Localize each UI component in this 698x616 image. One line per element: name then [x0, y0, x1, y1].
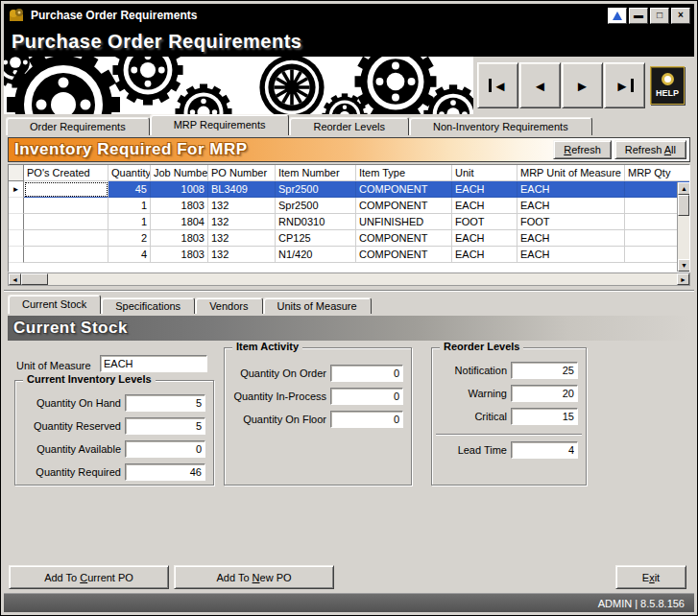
close-button[interactable]: × — [671, 8, 690, 24]
grid-cell[interactable]: Spr2500 — [276, 181, 356, 198]
grid-cell[interactable]: EACH — [452, 198, 517, 214]
tab-current-stock[interactable]: Current Stock — [8, 295, 101, 314]
last-record-button[interactable]: ► — [604, 62, 645, 108]
column-header-item-number[interactable]: Item Number — [276, 165, 356, 181]
grid-cell[interactable]: EACH — [517, 247, 625, 263]
first-record-button[interactable]: ◄ — [477, 62, 518, 108]
grid-cell[interactable]: 4 — [108, 247, 151, 263]
grid-cell[interactable]: FOOT — [517, 214, 625, 230]
scroll-left-button[interactable]: ◄ — [9, 273, 21, 285]
quantity-reserved-field[interactable] — [125, 417, 205, 435]
refresh-button[interactable]: Refresh — [553, 140, 612, 159]
grid-cell[interactable]: 2 — [108, 230, 151, 247]
grid-row-selected[interactable]: ► 45 1008 BL3409 Spr2500 COMPONENT EACH … — [9, 181, 689, 198]
grid-row[interactable]: 1 1803 132 Spr2500 COMPONENT EACH EACH — [9, 198, 689, 214]
tab-mrp-requirements[interactable]: MRP Requirements — [150, 114, 290, 135]
grid-cell[interactable]: 1008 — [151, 181, 208, 198]
grid-cell[interactable]: 45 — [108, 181, 151, 198]
grid-cell[interactable]: 132 — [208, 198, 276, 214]
quantity-in-process-field[interactable] — [330, 388, 403, 405]
grid-cell[interactable]: CP125 — [276, 230, 356, 247]
grid-cell[interactable]: 1803 — [151, 247, 208, 263]
scroll-right-button[interactable]: ► — [677, 273, 689, 285]
grid-cell[interactable]: EACH — [452, 230, 517, 247]
grid-cell[interactable]: EACH — [517, 198, 625, 214]
grid-cell[interactable]: BL3409 — [208, 181, 276, 198]
tab-vendors[interactable]: Vendors — [195, 297, 262, 314]
critical-field[interactable] — [511, 408, 578, 425]
grid-row[interactable]: 2 1803 132 CP125 COMPONENT EACH EACH — [9, 230, 689, 247]
grid-cell[interactable] — [24, 214, 108, 230]
grid-cell[interactable]: N1/420 — [276, 247, 356, 263]
grid-row[interactable]: 1 1804 132 RND0310 UNFINISHED FOOT FOOT — [9, 214, 689, 230]
grid-cell[interactable]: COMPONENT — [356, 247, 452, 263]
grid-cell[interactable]: 1803 — [151, 198, 208, 214]
add-to-new-po-button[interactable]: Add To New PO — [174, 565, 334, 589]
grid-cell[interactable]: RND0310 — [276, 214, 356, 230]
column-header-quantity[interactable]: Quantity — [108, 165, 151, 181]
grid-cell[interactable]: Spr2500 — [276, 198, 356, 214]
grid-cell[interactable]: 132 — [208, 214, 276, 230]
grid-cell[interactable]: 1803 — [151, 230, 208, 247]
grid-cell[interactable] — [24, 230, 108, 247]
quantity-available-field[interactable] — [125, 440, 205, 458]
style-window-button[interactable] — [608, 8, 627, 24]
grid-cell[interactable] — [24, 181, 108, 198]
label-accel: N — [253, 572, 260, 583]
grid-cell[interactable]: 1 — [108, 214, 151, 230]
grid-cell[interactable]: EACH — [517, 181, 625, 198]
grid-cell[interactable] — [24, 198, 108, 214]
grid-cell[interactable]: COMPONENT — [356, 181, 452, 198]
tab-non-inventory-requirements[interactable]: Non-Inventory Requirements — [409, 117, 592, 135]
column-header-po-number[interactable]: PO Number — [208, 165, 276, 181]
horizontal-scrollbar-thumb[interactable] — [21, 273, 48, 285]
warning-field[interactable] — [511, 385, 578, 402]
grid-cell[interactable]: EACH — [452, 247, 517, 263]
grid-cell[interactable]: UNFINISHED — [356, 214, 452, 230]
first-record-bar — [489, 79, 492, 92]
tab-specifications[interactable]: Specifications — [101, 297, 195, 314]
column-header-mrp-qty[interactable]: MRP Qty — [625, 165, 690, 181]
vertical-scrollbar-thumb[interactable] — [678, 195, 689, 216]
grid-cell[interactable]: 1804 — [151, 214, 208, 230]
grid-cell[interactable]: FOOT — [452, 214, 517, 230]
quantity-on-floor-field[interactable] — [330, 411, 403, 428]
tab-order-requirements[interactable]: Order Requirements — [6, 117, 150, 135]
grid-cell[interactable]: EACH — [452, 181, 517, 198]
quantity-on-hand-field[interactable] — [125, 394, 205, 412]
tab-units-of-measure[interactable]: Units of Measure — [263, 297, 372, 314]
next-record-button[interactable]: ► — [562, 62, 603, 108]
status-text: ADMIN | 8.5.8.156 — [598, 598, 685, 609]
grid-row[interactable]: 4 1803 132 N1/420 COMPONENT EACH EACH — [9, 247, 689, 263]
quantity-required-field[interactable] — [125, 463, 205, 481]
grid-cell[interactable]: COMPONENT — [356, 230, 452, 247]
grid-cell[interactable]: COMPONENT — [356, 198, 452, 214]
tab-reorder-levels[interactable]: Reorder Levels — [289, 117, 409, 135]
column-header-pos-created[interactable]: PO's Created — [24, 165, 108, 181]
column-header-job-number[interactable]: Job Number — [151, 165, 208, 181]
scroll-down-button[interactable]: ▼ — [678, 259, 690, 272]
grid-cell[interactable]: EACH — [517, 230, 625, 247]
column-header-unit[interactable]: Unit — [452, 165, 517, 181]
column-header-mrp-unit-of-measure[interactable]: MRP Unit of Measure — [517, 165, 625, 181]
add-to-current-po-button[interactable]: Add To Current PO — [9, 565, 169, 589]
grid-cell[interactable]: 1 — [108, 198, 151, 214]
previous-record-button[interactable]: ◄ — [519, 62, 561, 108]
scroll-up-button[interactable]: ▲ — [678, 182, 690, 195]
grid-horizontal-scrollbar[interactable]: ◄ ► — [8, 272, 690, 286]
unit-of-measure-field[interactable] — [100, 355, 207, 372]
notification-field[interactable] — [511, 362, 578, 379]
quantity-on-order-field[interactable] — [330, 365, 403, 382]
minimize-button[interactable]: ▬ — [629, 8, 648, 24]
grid-cell[interactable]: 132 — [208, 230, 276, 247]
lead-time-field[interactable] — [511, 441, 578, 459]
grid-vertical-scrollbar[interactable]: ▲ ▼ — [677, 182, 689, 272]
help-button[interactable]: HELP — [650, 66, 685, 105]
exit-button[interactable]: Exit — [615, 565, 686, 589]
scrollbar-track[interactable] — [48, 273, 677, 285]
maximize-button[interactable]: □ — [650, 8, 669, 24]
refresh-all-button[interactable]: Refresh All — [614, 140, 686, 159]
grid-cell[interactable]: 132 — [208, 247, 276, 263]
grid-cell[interactable] — [24, 247, 108, 263]
column-header-item-type[interactable]: Item Type — [356, 165, 452, 181]
